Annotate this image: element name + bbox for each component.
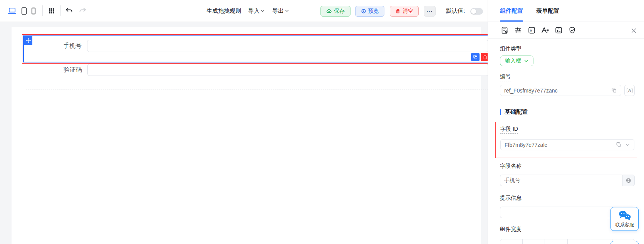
trash-icon: [395, 8, 401, 14]
top-toolbar: 生成拖拽规则 导入 导出 保存: [0, 0, 488, 22]
delete-field-button[interactable]: [481, 53, 488, 61]
generate-rule-button[interactable]: 生成拖拽规则: [206, 0, 241, 22]
panel-tab-bar: 组件配置 表单配置: [488, 0, 644, 22]
form-row: 手机号: [24, 36, 488, 52]
chevron-down-icon: [260, 8, 265, 13]
tablet-icon: [20, 7, 28, 15]
close-panel-button[interactable]: [630, 27, 637, 34]
sliders-icon[interactable]: [513, 25, 523, 35]
field-id-highlight-ring: 字段 ID Ffb7m8y7e77zalc: [495, 122, 638, 158]
redo-button[interactable]: [79, 0, 87, 22]
copy-icon[interactable]: [611, 88, 617, 93]
duplicate-field-button[interactable]: [471, 53, 480, 61]
component-type-value: 输入框: [505, 57, 521, 64]
floating-widget-partial[interactable]: [610, 241, 639, 244]
save-label: 保存: [334, 8, 345, 15]
function-fx-icon[interactable]: fx: [527, 25, 536, 35]
copy-icon[interactable]: [616, 142, 622, 148]
device-phone-button[interactable]: [30, 0, 37, 22]
chevron-down-icon: [285, 8, 289, 13]
form-settings-icon[interactable]: [500, 25, 509, 35]
copy-icon: [473, 55, 478, 60]
export-dropdown[interactable]: 导出: [272, 0, 289, 22]
design-canvas[interactable]: 手机号: [0, 22, 488, 244]
ref-input[interactable]: ref_F0sfm8y7e77zanc: [500, 85, 621, 96]
import-dropdown[interactable]: 导入: [248, 0, 265, 22]
letter-a-icon: A: [627, 88, 632, 93]
basic-config-section-header: 基础配置: [500, 108, 635, 116]
width-option-1-2[interactable]: 1/2: [545, 239, 567, 244]
width-option-1-4[interactable]: 1/4: [500, 239, 523, 244]
form-paper: 手机号: [12, 27, 481, 244]
form-designer-app: 生成拖拽规则 导入 导出 保存: [0, 0, 644, 244]
width-option-2-3[interactable]: 2/3: [568, 239, 590, 244]
move-handle[interactable]: [24, 36, 32, 45]
default-value-toggle[interactable]: [470, 8, 483, 15]
preview-button[interactable]: 预览: [355, 6, 384, 17]
ellipsis-icon: ···: [427, 8, 433, 14]
device-desktop-button[interactable]: [8, 0, 17, 22]
hint-input[interactable]: [500, 207, 622, 218]
section-accent-bar: [500, 109, 501, 115]
globe-icon: [626, 177, 632, 183]
customer-service-widget[interactable]: 联系客服: [610, 207, 639, 231]
svg-text:fx: fx: [530, 29, 532, 32]
chevron-down-icon: [524, 59, 528, 63]
export-label: 导出: [272, 7, 284, 15]
move-icon: [25, 38, 31, 44]
tab-form-config[interactable]: 表单配置: [536, 0, 559, 22]
toolbar-divider: [42, 5, 43, 16]
i18n-globe-button[interactable]: [622, 175, 635, 186]
device-tablet-button[interactable]: [20, 0, 28, 22]
trash-icon: [483, 55, 488, 60]
component-menu-button[interactable]: [48, 0, 55, 22]
toolbar-divider: [442, 5, 442, 16]
chevron-down-icon[interactable]: [625, 142, 630, 147]
hint-label: 提示信息: [500, 195, 635, 202]
panel-icon-toolbar: fx: [488, 22, 644, 39]
toolbar-divider: [60, 5, 61, 16]
field-id-value: Ffb7m8y7e77zalc: [505, 142, 616, 148]
terminal-icon[interactable]: [554, 25, 563, 35]
clear-label: 清空: [402, 8, 413, 15]
import-label: 导入: [248, 7, 260, 15]
cloud-check-icon: [326, 8, 332, 14]
redo-icon: [79, 7, 87, 15]
more-button[interactable]: ···: [424, 6, 436, 17]
shield-check-icon[interactable]: [567, 25, 577, 35]
width-option-3-4[interactable]: 3/4: [590, 239, 612, 244]
undo-icon: [65, 7, 73, 15]
variable-binding-button[interactable]: A: [624, 85, 635, 96]
captcha-field-input[interactable]: [87, 64, 488, 76]
undo-button[interactable]: [65, 0, 73, 22]
phone-field-input[interactable]: [87, 40, 488, 52]
field-label: 手机号: [24, 40, 87, 52]
selected-field-phone[interactable]: 手机号: [22, 34, 488, 64]
wechat-icon: [618, 210, 631, 221]
clear-button[interactable]: 清空: [390, 6, 419, 17]
generate-rule-label: 生成拖拽规则: [206, 7, 241, 15]
field-id-input[interactable]: Ffb7m8y7e77zalc: [500, 139, 634, 150]
toggle-knob: [471, 9, 476, 14]
field-name-input[interactable]: [500, 175, 622, 186]
ref-label: 编号: [500, 73, 635, 81]
grid-icon: [48, 7, 55, 14]
field-action-buttons: [471, 53, 488, 61]
save-button[interactable]: 保存: [320, 6, 351, 17]
field-id-label: 字段 ID: [500, 126, 634, 134]
component-type-dropdown[interactable]: 输入框: [500, 56, 533, 66]
ref-value: ref_F0sfm8y7e77zanc: [504, 88, 611, 94]
phone-icon: [30, 7, 37, 15]
width-option-1-3[interactable]: 1/3: [523, 239, 545, 244]
close-icon: [631, 27, 637, 34]
field-name-label: 字段名称: [500, 163, 635, 170]
preview-label: 预览: [368, 8, 379, 15]
laptop-icon: [8, 7, 17, 15]
font-style-icon[interactable]: [540, 25, 550, 35]
customer-service-label: 联系客服: [615, 222, 634, 228]
field-captcha[interactable]: 验证码: [26, 64, 488, 76]
component-type-label: 组件类型: [500, 45, 635, 52]
eye-icon: [361, 8, 366, 14]
tab-component-config[interactable]: 组件配置: [500, 0, 523, 22]
default-value-label: 默认值:: [446, 0, 465, 22]
